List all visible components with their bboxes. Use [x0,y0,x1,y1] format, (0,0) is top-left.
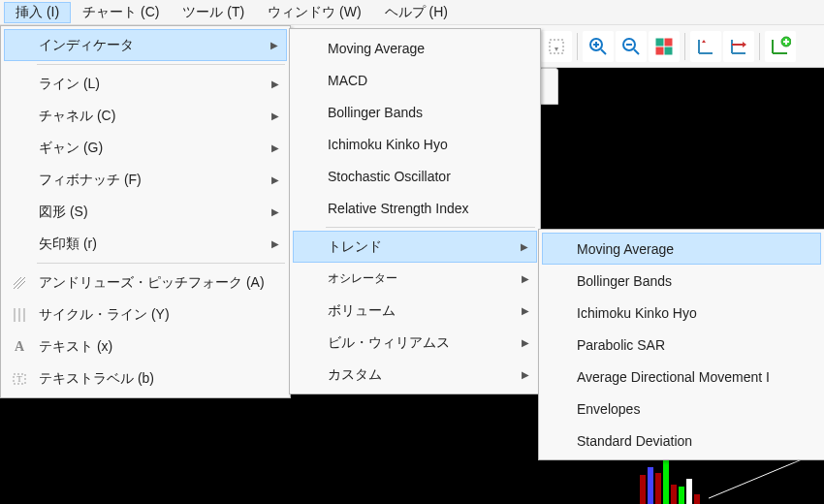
submenu-oscillator[interactable]: オシレーター ▶ [293,263,537,295]
menu-label: ビル・ウィリアムス [328,334,450,352]
submenu-bollinger[interactable]: Bollinger Bands [293,96,537,128]
menu-label: Bollinger Bands [328,105,423,120]
trend-standard-deviation[interactable]: Standard Deviation [542,425,821,457]
trend-admi[interactable]: Average Directional Movement I [542,361,821,393]
svg-rect-12 [665,47,672,54]
submenu-arrow-icon: ▶ [270,40,278,50]
svg-line-3 [601,49,606,54]
svg-rect-9 [656,39,663,46]
submenu-stochastic[interactable]: Stochastic Oscillator [293,160,537,192]
trend-parabolic-sar[interactable]: Parabolic SAR [542,329,821,361]
auto-scroll-icon[interactable] [723,31,754,62]
menu-arrows[interactable]: 矢印類 (r) ▶ [4,228,287,260]
tile-windows-icon[interactable] [649,31,680,62]
menu-fibonacci[interactable]: フィボナッチ (F) ▶ [4,164,287,196]
text-label-icon: T [10,369,29,389]
menu-andrews-pitchfork[interactable]: アンドリューズ・ピッチフォーク (A) [4,267,287,299]
menu-label: フィボナッチ (F) [39,172,142,189]
submenu-macd[interactable]: MACD [293,64,537,96]
menu-cycle-lines[interactable]: サイクル・ライン (Y) [4,299,287,331]
menu-tools[interactable]: ツール (T) [171,2,256,23]
menu-label: Bollinger Bands [577,273,672,289]
submenu-volume[interactable]: ボリューム ▶ [293,295,537,327]
zoom-out-icon[interactable] [616,31,647,62]
menu-chart[interactable]: チャート (C) [71,2,171,23]
menu-label: Moving Average [577,241,674,257]
menu-text[interactable]: A テキスト (x) [4,331,287,362]
svg-rect-11 [656,47,663,54]
menu-label: アンドリューズ・ピッチフォーク (A) [39,274,265,292]
trend-moving-average[interactable]: Moving Average [542,233,821,265]
menu-gann[interactable]: ギャン (G) ▶ [4,132,287,164]
template-dropdown-button[interactable]: ▾ [541,31,572,62]
svg-line-25 [14,277,21,285]
zoom-in-icon[interactable] [583,31,614,62]
menu-label: Ichimoku Kinko Hyo [577,305,697,321]
submenu-arrow-icon: ▶ [522,273,529,284]
insert-menu-dropdown: インディケータ ▶ ライン (L) ▶ チャネル (C) ▶ ギャン (G) ▶… [0,25,291,398]
submenu-arrow-icon: ▶ [522,369,529,380]
menu-label: Standard Deviation [577,433,692,449]
menu-label: テキスト (x) [39,338,112,356]
menu-text-label[interactable]: T テキストラベル (b) [4,362,287,394]
submenu-arrow-icon: ▶ [522,305,529,316]
toolbar-separator [684,33,685,60]
menu-label: ボリューム [328,302,396,320]
trend-ichimoku[interactable]: Ichimoku Kinko Hyo [542,297,821,329]
menu-label: テキストラベル (b) [39,370,154,388]
trend-bollinger[interactable]: Bollinger Bands [542,265,821,297]
menu-label: 図形 (S) [39,204,88,221]
menu-label: Relative Strength Index [328,201,469,216]
svg-line-26 [17,281,25,289]
menu-label: 矢印類 (r) [39,236,97,253]
submenu-custom[interactable]: カスタム ▶ [293,359,537,391]
svg-rect-10 [665,39,672,46]
menu-label: Moving Average [328,41,425,56]
submenu-arrow-icon: ▶ [271,174,279,185]
menu-label: ライン (L) [39,76,100,93]
submenu-ichimoku[interactable]: Ichimoku Kinko Hyo [293,128,537,160]
menu-insert[interactable]: 挿入 (I) [4,2,71,23]
submenu-trend[interactable]: トレンド ▶ [293,231,537,263]
menu-separator [37,263,285,264]
menu-label: Parabolic SAR [577,337,665,353]
toolbar-right: ▾ [541,25,796,68]
menu-line[interactable]: ライン (L) ▶ [4,68,287,100]
toolbar-separator [759,33,760,60]
submenu-arrow-icon: ▶ [521,241,528,252]
menu-separator [326,227,535,228]
svg-line-7 [634,49,639,54]
menu-channel[interactable]: チャネル (C) ▶ [4,100,287,132]
menu-window[interactable]: ウィンドウ (W) [256,2,372,23]
menu-indicators[interactable]: インディケータ ▶ [4,29,287,61]
svg-text:T: T [16,374,22,384]
trend-envelopes[interactable]: Envelopes [542,393,821,425]
menu-label: Stochastic Oscillator [328,169,451,184]
menu-label: ギャン (G) [39,140,103,157]
pitchfork-icon [10,273,29,293]
submenu-arrow-icon: ▶ [271,238,279,249]
menu-label: オシレーター [328,270,397,287]
menu-label: トレンド [328,238,382,256]
submenu-bill-williams[interactable]: ビル・ウィリアムス ▶ [293,327,537,359]
indicators-submenu: Moving Average MACD Bollinger Bands Ichi… [289,28,541,394]
toolbar-separator [577,33,578,60]
menu-label: Ichimoku Kinko Hyo [328,137,448,152]
chart-tab-fragment[interactable] [539,68,558,105]
menu-label: カスタム [328,366,382,384]
submenu-arrow-icon: ▶ [271,206,279,217]
submenu-moving-average[interactable]: Moving Average [293,32,537,64]
menu-label: チャネル (C) [39,108,115,125]
menu-help[interactable]: ヘルプ (H) [373,2,460,23]
submenu-rsi[interactable]: Relative Strength Index [293,192,537,224]
menubar: 挿入 (I) チャート (C) ツール (T) ウィンドウ (W) ヘルプ (H… [0,0,824,25]
text-icon: A [10,337,29,357]
indicators-button[interactable] [765,31,796,62]
submenu-arrow-icon: ▶ [271,110,279,121]
svg-text:▾: ▾ [555,45,558,53]
shift-chart-icon[interactable] [690,31,721,62]
menu-shapes[interactable]: 図形 (S) ▶ [4,196,287,228]
trend-submenu: Moving Average Bollinger Bands Ichimoku … [538,229,824,460]
submenu-arrow-icon: ▶ [271,142,279,153]
menu-label: Average Directional Movement I [577,369,770,385]
